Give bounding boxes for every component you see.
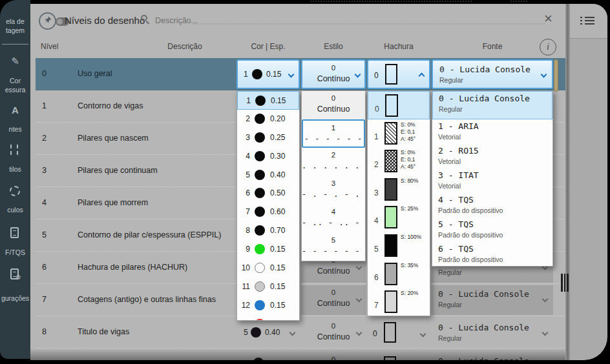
- cor-option[interactable]: 40.30: [237, 147, 299, 166]
- document-icon[interactable]: [10, 227, 19, 238]
- search-underline[interactable]: [193, 17, 545, 25]
- hachura-dropdown-row0[interactable]: 0: [367, 59, 430, 89]
- scrollbar-thumb[interactable]: [554, 59, 558, 92]
- estilo-option[interactable]: 0Contínuo: [302, 91, 365, 119]
- sidebar-item-ftqs[interactable]: F/TQS: [0, 248, 30, 257]
- color-dot: [255, 151, 265, 161]
- estilo-cell-row7[interactable]: 0 Contínuo: [301, 285, 366, 315]
- cor-option[interactable]: 90.15: [237, 240, 299, 259]
- fonte-option-name: 3 - ITAT: [438, 170, 479, 180]
- hachura-option[interactable]: 6S: 35%: [368, 260, 430, 288]
- hachura-option[interactable]: 7S: 20%: [368, 288, 430, 316]
- info-button[interactable]: i: [540, 39, 556, 56]
- cor-option[interactable]: 70.60: [237, 203, 299, 221]
- fonte-option-name: 5 - TQS: [438, 219, 474, 229]
- hachura-option[interactable]: 2S: 0%E: 0,1A: 45°: [368, 147, 430, 176]
- close-icon[interactable]: ×: [544, 10, 552, 27]
- hachura-option[interactable]: 4S: 25%: [368, 203, 430, 232]
- sidebar-item-color-thickness[interactable]: Cor essura: [0, 76, 30, 94]
- cor-option-num: 9: [240, 245, 250, 254]
- cor-option[interactable]: 100.15: [237, 259, 299, 278]
- hachura-option-num: 5: [374, 245, 379, 254]
- cor-option[interactable]: 10.15: [237, 91, 299, 110]
- cor-cell-row8[interactable]: 5 0.40: [237, 319, 300, 349]
- hatch-swatch-solid: [384, 263, 397, 285]
- estilo-option[interactable]: 2. . . . . . . .: [302, 148, 365, 176]
- cor-option[interactable]: 80.70: [237, 221, 299, 240]
- cor-dropdown-row0[interactable]: 1 0.15: [237, 59, 300, 89]
- cor-option-num: 2: [240, 114, 250, 123]
- sidebar-item-styles[interactable]: tilos: [0, 165, 30, 174]
- cor-option-esp: 0.15: [270, 263, 285, 272]
- window-chrome-dotted-line: [310, 1, 472, 3]
- cor-option[interactable]: 30.25: [237, 128, 299, 147]
- hachura-option[interactable]: 1S: 0%E: 0,1A: 45°: [368, 119, 430, 148]
- resize-grip[interactable]: [561, 274, 570, 292]
- fonte-dropdown-row0[interactable]: 0 - Lucida Console Regular: [432, 59, 553, 89]
- sidebar-item-settings[interactable]: gurações: [0, 294, 30, 303]
- estilo-dropdown-row0[interactable]: 0 Contínuo: [301, 59, 366, 89]
- estilo-option[interactable]: 1- - - - - -: [302, 119, 365, 148]
- estilo-option-num: 1: [303, 124, 364, 132]
- hachura-option[interactable]: 0: [368, 91, 430, 119]
- hachura-option[interactable]: 5S: 100%: [368, 232, 430, 260]
- fonte-option[interactable]: 3 - ITATVetorial: [432, 168, 552, 193]
- fonte-option[interactable]: 4 - TQSPadrão do dispositivo: [432, 193, 552, 217]
- hachura-option-labels: S: 80%: [401, 177, 418, 185]
- estilo-option-num: 0: [302, 94, 365, 102]
- color-dot: [255, 281, 265, 292]
- pencil-icon[interactable]: ✎: [0, 56, 30, 67]
- fonte-cell-row7[interactable]: 0 - Lucida Console Regular: [432, 285, 553, 315]
- cor-option[interactable]: 50.40: [237, 166, 299, 185]
- sidebar-item-circles[interactable]: culos: [0, 205, 30, 214]
- hachura-option-num: 1: [374, 132, 379, 141]
- fonte-option-name: 0 - Lucida Console: [439, 94, 530, 103]
- letter-a-icon[interactable]: A: [0, 105, 30, 116]
- cor-option[interactable]: 110.15: [237, 278, 299, 296]
- fonte-option[interactable]: 1 - ARIAVetorial: [432, 119, 552, 144]
- search-input[interactable]: Descrição...: [155, 16, 198, 25]
- chevron-down-icon: [289, 330, 296, 336]
- cor-option[interactable]: 120.15: [237, 296, 299, 315]
- sidebar-item-label: essura: [0, 85, 30, 94]
- hachura-option-num: 0: [375, 105, 379, 114]
- estilo-value-name: Contínuo: [301, 267, 366, 276]
- hachura-cell-row8[interactable]: 0: [367, 319, 430, 349]
- sidebar-item-plot-table[interactable]: ela de tagem: [0, 17, 30, 35]
- hachura-option-labels: S: 25%: [401, 205, 418, 212]
- fonte-option[interactable]: 5 - TQSPadrão do dispositivo: [432, 217, 552, 242]
- window-chrome-dotted-line-2: [510, 1, 527, 3]
- column-header-cor-esp: Cor | Esp.: [236, 42, 300, 51]
- estilo-cell-row8[interactable]: 0 Contínuo: [301, 319, 366, 349]
- cor-option[interactable]: 20.20: [237, 110, 299, 128]
- cor-option[interactable]: 60.50: [237, 184, 299, 203]
- cor-option-num: 7: [240, 207, 250, 216]
- hachura-option-num: 4: [374, 216, 379, 225]
- color-dot: [255, 263, 265, 273]
- estilo-option[interactable]: 5- - - - - - - -: [302, 233, 365, 261]
- cor-option-esp: 0.15: [270, 319, 285, 321]
- row-level: 0: [42, 69, 47, 78]
- sidebar-item-fonts[interactable]: ntes: [0, 125, 30, 134]
- fonte-option-sub: Padrão do dispositivo: [438, 207, 503, 214]
- right-panel-header: [570, 4, 607, 39]
- fonte-option[interactable]: 2 - RO15Vetorial: [432, 144, 552, 168]
- fonte-cell-row8[interactable]: 0 - Lucida Console Regular: [432, 319, 553, 349]
- cor-option-num: 12: [240, 301, 250, 310]
- fonte-option[interactable]: 0 - Lucida ConsoleRegular: [432, 91, 552, 119]
- estilo-value-name: Contínuo: [301, 332, 366, 341]
- cor-option-num: 1: [240, 96, 251, 105]
- fonte-option[interactable]: 6 - TQSPadrão do dispositivo: [432, 242, 552, 267]
- left-sidebar: ela de tagem ✎ Cor essura A ntes tilos c…: [0, 0, 30, 359]
- cor-option-esp: 0.60: [270, 207, 285, 216]
- estilo-option[interactable]: 3- . - . - . - .: [302, 176, 365, 205]
- estilo-value-num: 0: [301, 322, 366, 330]
- circle-icon[interactable]: [10, 186, 20, 196]
- sidebar-item-label: Cor: [0, 76, 30, 85]
- cor-option[interactable]: 130.15: [237, 315, 299, 321]
- estilo-option[interactable]: 4- .. - .. - ..: [302, 205, 365, 233]
- hachura-option[interactable]: 3S: 80%: [368, 176, 430, 204]
- line-styles-icon[interactable]: [10, 145, 18, 155]
- list-icon[interactable]: [580, 17, 596, 27]
- color-dot: [255, 170, 265, 180]
